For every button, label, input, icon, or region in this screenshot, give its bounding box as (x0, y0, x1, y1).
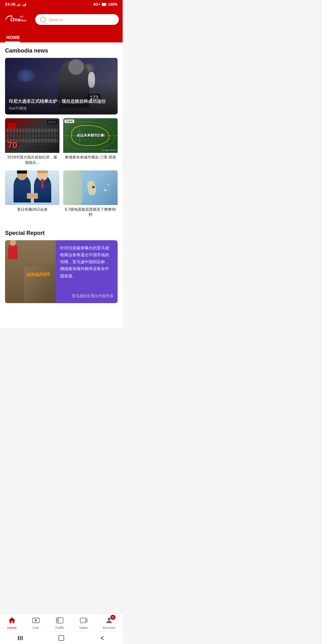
battery-level: 100% (108, 2, 118, 7)
card-title-military: 2019中国大阅兵或创纪录，最强阅兵... (5, 153, 59, 167)
logo[interactable]: One TV + Plus (4, 11, 32, 28)
hero-card[interactable]: 173 印尼大选非正式结果出炉：现任总统佐科成功连任 OneTV推送 (5, 58, 118, 114)
logo-svg: One TV + Plus (4, 11, 32, 27)
svg-text:Plus: Plus (20, 19, 26, 22)
card-title-earthquake: 6.7级地震致花莲摇晃了整整66秒 (63, 205, 118, 219)
grid-card-map[interactable]: 金边未来都市計劃 Yreli60 Google Earth 柬埔寨未来城市规划 … (63, 118, 118, 167)
section-title-cambodia: Cambodia news (0, 42, 123, 58)
battery-icon (102, 2, 107, 7)
main-content: Cambodia news 173 印尼大选非正式结果出炉：现任总统佐科成功连任 (0, 42, 123, 328)
svg-text:One: One (10, 17, 20, 22)
tab-home[interactable]: HOME (5, 32, 25, 42)
grid-card-politicians[interactable]: 美日首脑26日会谈 (5, 170, 59, 219)
news-grid: CCTV. 70 2019中国大阅兵或创纪录，最强阅兵... 金边未来都市計劃 (0, 114, 123, 222)
special-card-body: 针对日前媒体曝出的亚马逊电商业务将退出中国市场的传闻，亚马逊中国回应称，继续推动… (60, 245, 113, 279)
nav-tabs: HOME (0, 32, 123, 42)
svg-rect-1 (19, 4, 19, 6)
card-title-map: 柬埔寨未来城市规划 三環 西港 (63, 153, 118, 161)
card-image-earthquake (63, 170, 118, 205)
signal-icon (17, 2, 21, 7)
cambodia-news-section: Cambodia news 173 印尼大选非正式结果出炉：现任总统佐科成功连任 (0, 42, 123, 222)
svg-rect-4 (24, 4, 25, 6)
card-image-politicians (5, 170, 59, 205)
svg-rect-8 (102, 3, 106, 5)
card-image-map: 金边未来都市計劃 Yreli60 Google Earth (63, 118, 118, 153)
svg-rect-7 (106, 4, 107, 5)
hero-title: 印尼大选非正式结果出炉：现任总统佐科成功连任 (9, 98, 114, 105)
special-report-section: Special Report amazon ~ (0, 222, 123, 303)
grid-card-military[interactable]: CCTV. 70 2019中国大阅兵或创纪录，最强阅兵... (5, 118, 59, 167)
section-title-special: Special Report (0, 225, 123, 240)
svg-rect-2 (20, 3, 20, 6)
status-bar: 23:46 4G+ 100% (0, 0, 123, 8)
search-placeholder: Search (48, 17, 64, 22)
app-header: One TV + Plus Search (0, 8, 123, 32)
special-report-card[interactable]: amazon ~ 针对日前媒体曝出的亚马逊电商业务将退出中国市场的传闻，亚马逊中… (5, 240, 118, 303)
grid-card-earthquake[interactable]: 6.7级地震致花莲摇晃了整整66秒 (63, 170, 118, 219)
search-bar[interactable]: Search (35, 14, 119, 25)
card-title-politicians: 美日首脑26日会谈 (5, 205, 59, 214)
special-card-image: amazon ~ (5, 240, 56, 303)
svg-text:TV: TV (20, 15, 23, 18)
cctv-badge: CCTV. (47, 120, 58, 125)
svg-text:+: + (23, 15, 24, 17)
status-left: 23:46 (5, 2, 27, 7)
svg-rect-5 (25, 3, 26, 6)
svg-rect-0 (17, 5, 18, 6)
special-card-text-area: 针对日前媒体曝出的亚马逊电商业务将退出中国市场的传闻，亚马逊中国回应称，继续推动… (56, 240, 118, 303)
card-image-military: CCTV. 70 (5, 118, 59, 153)
google-earth-badge: Google Earth (102, 149, 116, 152)
hero-source: OneTV推送 (9, 106, 114, 111)
signal2-icon (22, 2, 27, 7)
search-icon (40, 17, 46, 22)
anniversary-badge: 70 (8, 140, 17, 150)
status-time: 23:46 (5, 2, 15, 7)
status-right: 4G+ 100% (93, 2, 118, 7)
hero-text: 印尼大选非正式结果出炉：现任总统佐科成功连任 OneTV推送 (5, 95, 118, 114)
network-type: 4G+ (93, 2, 100, 7)
special-card-subtitle: 亚马逊回应退出中国市场 (60, 293, 113, 299)
map-overlay-text: 金边未来都市計劃 (77, 133, 104, 138)
svg-rect-3 (23, 5, 23, 6)
